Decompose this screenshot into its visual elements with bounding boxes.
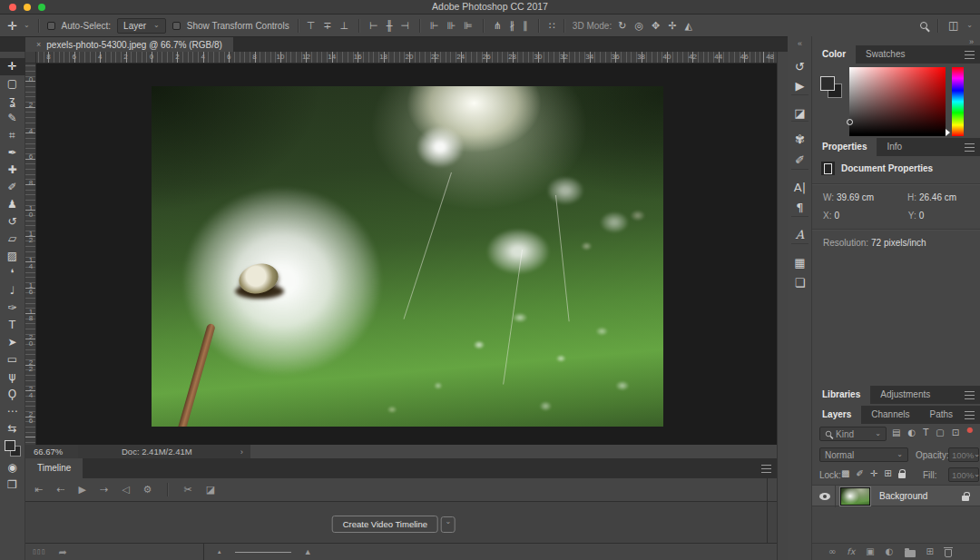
tab-swatches[interactable]: Swatches xyxy=(856,45,915,64)
auto-select-dropdown[interactable]: Layer xyxy=(117,18,166,34)
search-icon[interactable] xyxy=(920,22,927,29)
zoom-out-timeline-icon[interactable]: ▲ xyxy=(217,549,222,555)
filter-smart-icon[interactable]: ⊡ xyxy=(952,428,959,437)
marquee-tool[interactable]: ▢ xyxy=(0,75,25,93)
play-icon[interactable]: ▶ xyxy=(78,485,85,495)
distribute-top-edges-icon[interactable]: ⊩ xyxy=(430,21,439,31)
align-top-edges-icon[interactable]: ⊤ xyxy=(307,21,316,31)
zoom-window-button[interactable] xyxy=(38,4,45,11)
clone-stamp-tool[interactable]: ♟ xyxy=(0,196,25,213)
panel-menu-icon[interactable] xyxy=(965,411,975,419)
brush-presets-icon[interactable]: ✾ xyxy=(788,133,812,145)
layer-group-icon[interactable] xyxy=(905,550,916,557)
timeline-zoom-slider[interactable] xyxy=(235,552,291,553)
paragraph-icon[interactable]: ¶ xyxy=(788,201,812,213)
prev-frame-icon[interactable]: ⇠ xyxy=(56,485,64,495)
color-picker-ring[interactable] xyxy=(847,119,853,125)
show-transform-checkbox[interactable] xyxy=(172,22,181,30)
panel-menu-icon[interactable] xyxy=(761,465,771,473)
distribute-spacing-icon[interactable]: ∷ xyxy=(549,21,555,31)
distribute-right-edges-icon[interactable]: ∥ xyxy=(523,21,528,31)
align-left-edges-icon[interactable]: ⊢ xyxy=(369,21,378,31)
layer-effects-icon[interactable]: fx xyxy=(847,547,855,556)
timeline-type-dropdown[interactable] xyxy=(441,516,456,533)
document-tab[interactable]: × pexels-photo-54300.jpeg @ 66.7% (RGB/8… xyxy=(25,37,233,52)
glyphs-icon[interactable]: A xyxy=(788,229,812,241)
hue-pointer-icon[interactable] xyxy=(946,129,950,136)
color-swatches-icon[interactable] xyxy=(4,439,22,457)
distribute-vertical-centers-icon[interactable]: ⊪ xyxy=(446,21,456,31)
history-brush-tool[interactable]: ↺ xyxy=(0,213,25,231)
close-tab-icon[interactable]: × xyxy=(36,40,41,49)
history-icon[interactable]: ↺ xyxy=(788,61,812,73)
tab-layers[interactable]: Layers xyxy=(812,406,861,424)
align-horizontal-centers-icon[interactable]: ╫ xyxy=(387,21,393,31)
lock-pixels-icon[interactable]: ✐ xyxy=(856,469,863,478)
adjustment-layer-icon[interactable]: ◐ xyxy=(886,547,894,556)
zoom-level-field[interactable]: 66.67% xyxy=(25,445,78,458)
panel-menu-icon[interactable] xyxy=(965,51,975,59)
opacity-field[interactable]: 100% xyxy=(948,447,979,462)
split-icon[interactable]: ✂ xyxy=(183,485,191,495)
delete-layer-icon[interactable] xyxy=(945,549,952,557)
next-frame-icon[interactable]: ⇢ xyxy=(100,485,108,495)
audio-icon[interactable]: ◁ xyxy=(122,485,129,495)
filter-adjustment-icon[interactable]: ◐ xyxy=(907,428,916,437)
distribute-horizontal-centers-icon[interactable]: ∦ xyxy=(510,21,515,31)
tab-properties[interactable]: Properties xyxy=(812,138,877,156)
tab-adjustments[interactable]: Adjustments xyxy=(870,386,940,404)
eraser-tool[interactable]: ▱ xyxy=(0,231,25,248)
collapse-dock-button[interactable]: « xyxy=(788,39,812,48)
3d-roll-icon[interactable]: ◎ xyxy=(634,21,643,31)
type-tool[interactable]: T xyxy=(0,317,25,334)
foreground-color-swatch[interactable] xyxy=(820,76,835,91)
move-tool-icon[interactable]: ✛ xyxy=(7,20,17,32)
hue-strip[interactable] xyxy=(952,67,964,136)
tab-paths[interactable]: Paths xyxy=(920,406,964,424)
create-video-timeline-button[interactable]: Create Video Timeline xyxy=(332,516,438,533)
canvas-area[interactable] xyxy=(25,52,777,445)
character-icon[interactable]: A| xyxy=(788,182,812,193)
blend-mode-dropdown[interactable]: Normal xyxy=(819,447,908,462)
first-frame-icon[interactable]: ⇤ xyxy=(34,485,43,495)
3d-camera-icon[interactable]: ◭ xyxy=(684,21,691,31)
3d-orbit-icon[interactable]: ↻ xyxy=(618,21,626,31)
lock-position-icon[interactable]: ✛ xyxy=(870,469,877,478)
filter-type-icon[interactable]: T xyxy=(923,428,928,437)
distribute-left-edges-icon[interactable]: ⋔ xyxy=(494,21,502,31)
lock-transparency-icon[interactable]: ▩ xyxy=(841,469,849,478)
align-bottom-edges-icon[interactable]: ⊥ xyxy=(339,21,348,31)
tab-color[interactable]: Color xyxy=(812,45,856,64)
ruler-horizontal[interactable]: 8642024681012141618202224262830323436384… xyxy=(36,52,777,64)
panel-menu-icon[interactable] xyxy=(965,143,975,152)
crop-tool[interactable]: ⌗ xyxy=(0,127,25,144)
lock-artboard-icon[interactable]: ⊞ xyxy=(884,469,891,478)
gradient-tool[interactable]: ▨ xyxy=(0,248,25,265)
spot-healing-tool[interactable]: ✚ xyxy=(0,162,25,179)
pen-tool[interactable]: ✑ xyxy=(0,300,25,317)
tab-libraries[interactable]: Libraries xyxy=(812,386,870,404)
filter-shape-icon[interactable]: ▢ xyxy=(936,428,944,437)
path-select-tool[interactable]: ➤ xyxy=(0,334,25,351)
filter-toggle-icon[interactable]: ● xyxy=(966,427,973,436)
3d-slide-icon[interactable]: ✢ xyxy=(668,21,676,31)
auto-select-checkbox[interactable] xyxy=(47,22,55,30)
tab-channels[interactable]: Channels xyxy=(861,406,919,424)
distribute-bottom-edges-icon[interactable]: ⊫ xyxy=(464,21,473,31)
quick-select-tool[interactable]: ✎ xyxy=(0,110,25,127)
tool-preset-chevron-icon[interactable] xyxy=(24,21,30,31)
timeline-settings-icon[interactable]: ⚙ xyxy=(143,485,152,495)
close-window-button[interactable] xyxy=(9,4,16,11)
fill-field[interactable]: 100% xyxy=(948,467,979,482)
character-styles-icon[interactable]: ▦ xyxy=(788,257,812,269)
workspace-chevron-icon[interactable] xyxy=(966,21,973,31)
link-layers-icon[interactable]: ∞ xyxy=(828,547,836,556)
shape-tool[interactable]: ▭ xyxy=(0,351,25,368)
eyedropper-tool[interactable]: ✒ xyxy=(0,144,25,162)
brush-tool[interactable]: ✐ xyxy=(0,179,25,196)
paragraph-styles-icon[interactable]: ❏ xyxy=(788,277,812,289)
status-chevron-icon[interactable]: › xyxy=(240,445,243,458)
align-vertical-centers-icon[interactable]: ∓ xyxy=(323,21,331,31)
actions-icon[interactable]: ▶ xyxy=(788,80,812,92)
workspace-icon[interactable]: ◫ xyxy=(948,20,958,31)
